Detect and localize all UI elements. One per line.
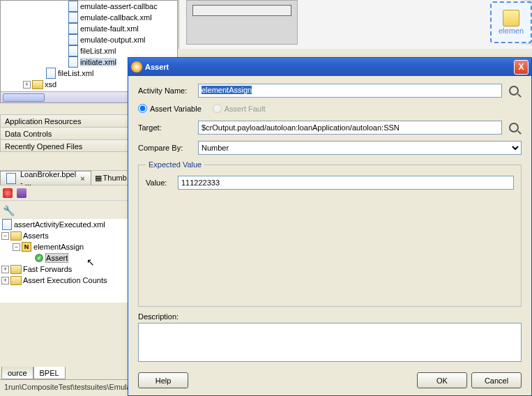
xml-file-icon bbox=[68, 12, 79, 23]
tree-expand-toggle[interactable]: + bbox=[23, 81, 31, 89]
editor-tab-thumbnail[interactable]: ▦ Thumb bbox=[91, 171, 130, 185]
structure-node[interactable]: elementAssign bbox=[33, 243, 84, 251]
tree-collapse-toggle[interactable]: − bbox=[1, 232, 9, 240]
description-label: Description: bbox=[138, 312, 522, 321]
xml-file-icon bbox=[68, 23, 79, 34]
expected-value-legend: Expected Value bbox=[146, 160, 204, 169]
tree-file[interactable]: fileList.xml bbox=[58, 69, 93, 77]
folder-icon bbox=[10, 275, 22, 286]
structure-node[interactable]: Assert Execution Counts bbox=[23, 276, 107, 284]
tree-file[interactable]: emulate-output.xml bbox=[80, 36, 146, 44]
xml-file-icon bbox=[45, 68, 56, 79]
tab-label: LoanBroker.bpel - ... bbox=[20, 170, 77, 187]
tree-file[interactable]: emulate-callback.xml bbox=[80, 13, 152, 22]
thumbnail-icon: ▦ bbox=[95, 174, 102, 183]
tree-file[interactable]: emulate-fault.xml bbox=[80, 24, 139, 33]
thumbnail-panel bbox=[186, 0, 298, 45]
expected-value-group: Expected Value Value: bbox=[138, 160, 522, 307]
help-button[interactable]: Help bbox=[138, 372, 188, 388]
target-input[interactable] bbox=[198, 121, 502, 135]
status-path: 1run\CompositeTest\testsuites\Emula bbox=[4, 383, 131, 391]
description-textarea[interactable] bbox=[138, 323, 522, 362]
folder-icon bbox=[32, 79, 43, 90]
activity-browse-button[interactable] bbox=[506, 83, 522, 98]
tab-bpel[interactable]: BPEL bbox=[33, 367, 66, 379]
tree-file-selected[interactable]: initiate.xml bbox=[80, 58, 116, 66]
tab-source[interactable]: ource bbox=[1, 367, 33, 379]
accordion-application-resources[interactable]: Application Resources bbox=[0, 114, 129, 127]
ok-button[interactable]: OK bbox=[417, 372, 467, 388]
target-browse-button[interactable] bbox=[506, 120, 522, 135]
dialog-titlebar[interactable]: Assert X bbox=[128, 58, 531, 76]
search-icon bbox=[509, 123, 519, 132]
editor-toolbar bbox=[0, 185, 129, 201]
radio-label: Assert Fault bbox=[225, 105, 266, 113]
xml-file-icon bbox=[1, 219, 13, 230]
tree-expand-toggle[interactable]: + bbox=[1, 266, 9, 273]
editor-tab-active[interactable]: LoanBroker.bpel - ... × bbox=[0, 171, 91, 185]
app-icon bbox=[131, 61, 142, 73]
wrench-icon[interactable]: 🔧 bbox=[3, 205, 15, 216]
search-icon bbox=[509, 86, 519, 96]
target-label: Target: bbox=[138, 123, 194, 132]
activity-icon: N bbox=[22, 242, 31, 252]
structure-node-selected[interactable]: Assert bbox=[45, 253, 68, 263]
assert-variable-radio[interactable]: Assert Variable bbox=[138, 104, 202, 113]
tree-collapse-toggle[interactable]: − bbox=[13, 243, 20, 251]
mouse-cursor-icon: ↖ bbox=[86, 257, 95, 268]
structure-node[interactable]: Asserts bbox=[23, 231, 49, 240]
assert-dialog: Assert X Activity Name: elementAssign As… bbox=[128, 57, 532, 396]
hint-label: elemen bbox=[499, 26, 524, 35]
cancel-button[interactable]: Cancel bbox=[471, 372, 522, 388]
bpel-file-icon bbox=[6, 173, 16, 184]
element-drop-hint[interactable]: elemen bbox=[490, 1, 532, 43]
dialog-close-button[interactable]: X bbox=[514, 60, 529, 75]
xml-file-icon bbox=[68, 1, 79, 12]
assert-fault-radio: Assert Fault bbox=[213, 104, 266, 113]
thumbnail-viewport[interactable] bbox=[192, 5, 291, 16]
tab-close-icon[interactable]: × bbox=[80, 174, 84, 183]
tree-file[interactable]: fileList.xml bbox=[80, 47, 116, 55]
xml-file-icon bbox=[68, 56, 79, 68]
compare-by-label: Compare By: bbox=[138, 144, 194, 152]
value-label: Value: bbox=[146, 178, 174, 187]
structure-root[interactable]: assertActivityExecuted.xml bbox=[14, 220, 105, 229]
accordion-data-controls[interactable]: Data Controls bbox=[0, 127, 129, 139]
editor-canvas bbox=[178, 0, 532, 49]
assign-activity-icon bbox=[503, 10, 519, 26]
tree-file[interactable]: emulate-assert-callbac bbox=[80, 2, 158, 10]
activity-name-input[interactable]: elementAssign bbox=[198, 84, 502, 98]
xml-file-icon bbox=[68, 34, 79, 45]
radio-label: Assert Variable bbox=[150, 105, 202, 113]
navigator-accordion: Application Resources Data Controls Rece… bbox=[0, 114, 129, 152]
assert-fault-radio-input bbox=[213, 104, 222, 113]
bottom-view-tabs: ource BPEL bbox=[0, 364, 66, 379]
folder-icon bbox=[10, 230, 22, 241]
xml-file-icon bbox=[68, 45, 79, 56]
dialog-title: Assert bbox=[145, 63, 514, 71]
activity-name-label: Activity Name: bbox=[138, 86, 194, 95]
value-input[interactable] bbox=[178, 176, 514, 190]
assert-icon: ✓ bbox=[35, 254, 43, 262]
structure-node[interactable]: Fast Forwards bbox=[23, 265, 72, 273]
tree-expand-toggle[interactable]: + bbox=[1, 277, 9, 284]
editor-tab-bar: LoanBroker.bpel - ... × ▦ Thumb bbox=[0, 170, 129, 185]
accordion-recently-opened[interactable]: Recently Opened Files bbox=[0, 139, 129, 152]
tab-label: Thumb bbox=[103, 174, 127, 182]
structure-tree[interactable]: assertActivityExecuted.xml −Asserts −N e… bbox=[0, 219, 129, 303]
validate-icon[interactable] bbox=[3, 188, 13, 198]
compare-by-select[interactable]: Number bbox=[198, 141, 522, 155]
assert-variable-radio-input[interactable] bbox=[138, 104, 147, 113]
save-icon[interactable] bbox=[17, 188, 26, 198]
tree-folder[interactable]: xsd bbox=[45, 80, 56, 89]
structure-toolbar: 🔧 bbox=[0, 204, 129, 218]
folder-icon bbox=[10, 264, 22, 275]
